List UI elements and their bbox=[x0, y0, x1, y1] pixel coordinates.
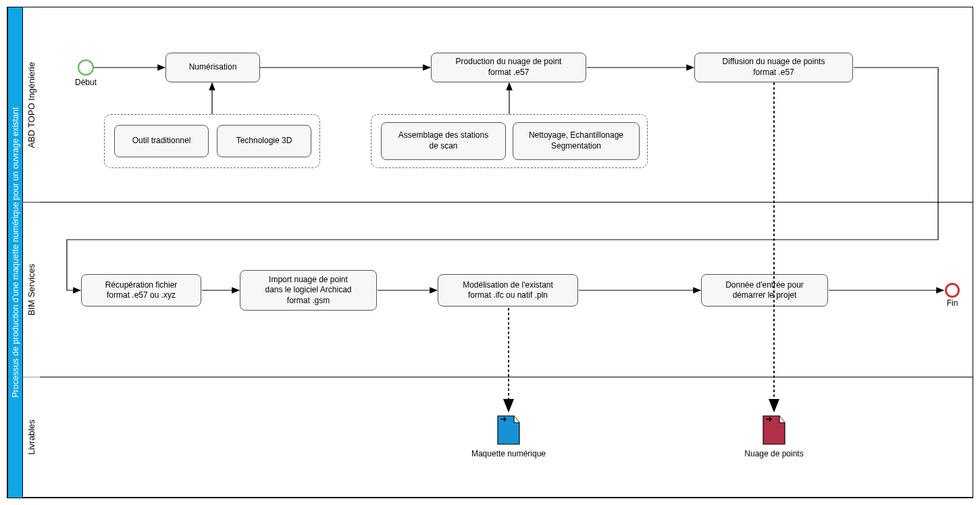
start-event bbox=[78, 59, 94, 76]
task-donnee-entree[interactable]: Donnée d'entrée pour démarrer le projet bbox=[701, 274, 828, 307]
task-technologie-3d[interactable]: Technologie 3D bbox=[217, 125, 311, 157]
lane-body-2: Récupération fichier format .e57 ou .xyz… bbox=[40, 203, 973, 377]
lane-body-1: Début Numérisation Outil traditionnel Te… bbox=[40, 7, 973, 202]
lanes-container: ABD TOPO Ingénierie bbox=[22, 7, 973, 498]
lane-body-3: Maquette numérique Nuage de points bbox=[40, 377, 973, 497]
task-recuperation[interactable]: Récupération fichier format .e57 ou .xyz bbox=[81, 274, 201, 307]
document-maquette-label: Maquette numérique bbox=[455, 449, 563, 458]
lane-abd-topo: ABD TOPO Ingénierie bbox=[22, 7, 973, 203]
task-modelisation[interactable]: Modélisation de l'existant format .ifc o… bbox=[438, 274, 578, 307]
bpmn-pool: Processus de production d'une maquette n… bbox=[7, 7, 973, 498]
task-diffusion[interactable]: Diffusion du nuage de points format .e57 bbox=[694, 53, 853, 82]
lane-title-bim: BIM Services bbox=[22, 203, 40, 377]
pool-title: Processus de production d'une maquette n… bbox=[7, 7, 22, 498]
task-numerisation[interactable]: Numérisation bbox=[165, 53, 260, 82]
task-production-nuage[interactable]: Production du nuage de point format .e57 bbox=[431, 53, 586, 82]
end-event bbox=[945, 283, 960, 298]
document-maquette-icon bbox=[496, 415, 521, 446]
lane-bim-services: BIM Services bbox=[22, 203, 973, 377]
task-outil-traditionnel[interactable]: Outil traditionnel bbox=[114, 125, 209, 157]
lane-title-abd: ABD TOPO Ingénierie bbox=[22, 7, 40, 202]
task-import-archicad[interactable]: Import nuage de point dans le logiciel A… bbox=[240, 270, 377, 311]
task-nettoyage[interactable]: Nettoyage, Echantillonage Segmentation bbox=[513, 122, 640, 160]
task-assemblage[interactable]: Assemblage des stations de scan bbox=[381, 122, 506, 160]
document-nuage-label: Nuage de points bbox=[720, 449, 828, 458]
start-label: Début bbox=[72, 78, 99, 87]
lane-livrables: Livrables Maquette numérique bbox=[22, 377, 973, 498]
end-label: Fin bbox=[942, 298, 962, 308]
lane1-arrows bbox=[40, 7, 972, 203]
lane-title-livrables: Livrables bbox=[22, 377, 40, 497]
document-nuage-icon bbox=[762, 415, 786, 446]
